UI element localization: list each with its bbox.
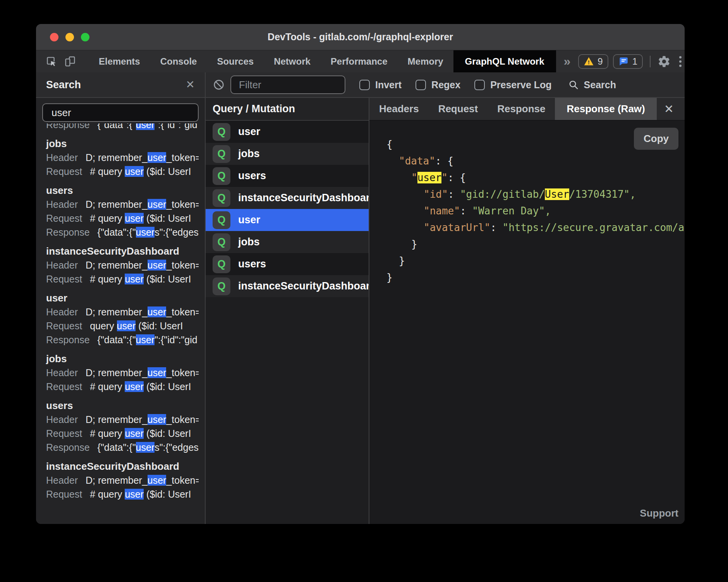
search-result-row[interactable]: Requestquery user ($id: UserI <box>42 319 199 333</box>
search-result-row[interactable]: HeaderD; remember_user_token=e <box>42 413 199 426</box>
checkbox-box[interactable] <box>416 80 426 90</box>
result-text: {"data":{" <box>98 123 136 130</box>
search-result-row[interactable]: Response{"data":{"user":{"id":"gid <box>42 123 199 132</box>
search-result-row[interactable]: HeaderD; remember_user_token=e <box>42 258 199 272</box>
query-list-item[interactable]: Q jobs <box>206 143 369 165</box>
query-list-item[interactable]: Q users <box>206 165 369 187</box>
search-input[interactable] <box>42 103 199 122</box>
result-text: _token=e <box>166 306 199 317</box>
search-result-row[interactable]: HeaderD; remember_user_token=e <box>42 151 199 164</box>
filter-input[interactable] <box>230 75 345 94</box>
tab-graphql-network[interactable]: GraphQL Network <box>453 50 556 72</box>
tab-label: Sources <box>217 56 254 67</box>
devtools-panel-tab[interactable]: Performance <box>321 50 398 72</box>
close-detail-icon[interactable]: ✕ <box>664 103 685 115</box>
checkbox-box[interactable] <box>474 80 485 90</box>
more-tabs-chevron-icon[interactable]: » <box>556 50 579 72</box>
json-line: "name": "Warren Day", <box>386 203 685 219</box>
search-result-row[interactable]: Request# query user ($id: UserI <box>42 426 199 440</box>
result-text: ($id: UserI <box>144 489 191 500</box>
issues-badge[interactable]: 1 <box>613 54 643 69</box>
result-field-label: Response <box>46 227 90 238</box>
search-result-row[interactable]: Request# query user ($id: UserI <box>42 272 199 286</box>
filter-checkbox[interactable]: Regex <box>416 79 460 91</box>
detail-tab[interactable]: Headers <box>369 98 429 120</box>
search-result-row[interactable]: Request# query user ($id: UserI <box>42 487 199 501</box>
clear-log-icon[interactable] <box>213 79 225 91</box>
result-text: {"data":{" <box>98 442 136 453</box>
search-icon <box>568 79 579 91</box>
devtools-panel-tab[interactable]: Console <box>150 50 207 72</box>
match-highlight: user <box>148 199 167 210</box>
devtools-panel-tab[interactable]: Elements <box>89 50 150 72</box>
json-line: } <box>386 236 685 253</box>
close-search-pane-icon[interactable]: ✕ <box>186 79 195 90</box>
json-line: "id": "gid://gitlab/User/13704317", <box>386 186 685 203</box>
devtools-panel-tab[interactable]: Sources <box>207 50 264 72</box>
close-window-button[interactable] <box>50 33 58 41</box>
search-result-row[interactable]: Response{"data":{"user":{"id":"gid <box>42 333 199 347</box>
search-result-row[interactable]: Request# query user ($id: UserI <box>42 211 199 225</box>
devtools-panel-tab[interactable]: Network <box>264 50 321 72</box>
copy-button[interactable]: Copy <box>634 128 678 150</box>
result-text: D; remember_ <box>86 475 148 486</box>
query-list-item[interactable]: Q user <box>206 209 369 231</box>
more-options-kebab-icon[interactable] <box>675 56 685 67</box>
detail-tabs: HeadersRequestResponse Response (Raw) ✕ <box>369 98 685 121</box>
search-result-operation[interactable]: user <box>42 291 199 305</box>
query-list-item[interactable]: Q jobs <box>206 231 369 253</box>
search-result-row[interactable]: HeaderD; remember_user_token=e <box>42 305 199 319</box>
detail-tab-label: Request <box>438 103 478 115</box>
result-text: ":{"id":"gid <box>155 123 197 130</box>
match-highlight: user <box>125 428 144 439</box>
query-list-item[interactable]: Q instanceSecurityDashboard <box>206 275 369 297</box>
search-result-operation[interactable]: jobs <box>42 352 199 366</box>
search-result-operation[interactable]: users <box>42 399 199 413</box>
device-toolbar-icon[interactable] <box>64 55 76 68</box>
operation-name: users <box>46 185 73 196</box>
search-result-operation[interactable]: users <box>42 183 199 197</box>
operation-name: jobs <box>46 138 67 149</box>
query-list-item[interactable]: Q user <box>206 121 369 143</box>
query-list-pane: Query / Mutation Q user Q jobs Q users Q… <box>206 98 369 524</box>
tab-response-raw[interactable]: Response (Raw) <box>555 98 656 120</box>
search-result-row[interactable]: Response{"data":{"users":{"edges <box>42 225 199 239</box>
search-result-row[interactable]: HeaderD; remember_user_token=e <box>42 473 199 487</box>
warnings-badge[interactable]: 9 <box>578 54 608 69</box>
result-field-label: Request <box>46 428 82 439</box>
settings-gear-icon[interactable] <box>658 55 671 68</box>
tab-label: GraphQL Network <box>465 56 544 67</box>
minimize-window-button[interactable] <box>65 33 74 41</box>
query-list-item[interactable]: Q instanceSecurityDashboard <box>206 187 369 209</box>
tab-label: Memory <box>408 56 443 67</box>
search-result-operation[interactable]: jobs <box>42 137 199 151</box>
search-result-row[interactable]: Request# query user ($id: UserI <box>42 164 199 178</box>
checkbox-box[interactable] <box>359 80 370 90</box>
result-text: # query <box>90 381 125 392</box>
search-result-operation[interactable]: instanceSecurityDashboard <box>42 244 199 258</box>
query-list-item[interactable]: Q users <box>206 253 369 275</box>
support-link[interactable]: Support <box>640 507 678 519</box>
filter-checkbox[interactable]: Preserve Log <box>474 79 551 91</box>
toolbar-search-button[interactable]: Search <box>568 79 616 91</box>
tab-label: Network <box>274 56 311 67</box>
match-highlight: user <box>148 475 167 486</box>
zoom-window-button[interactable] <box>81 33 89 41</box>
filter-checkbox[interactable]: Invert <box>359 79 402 91</box>
search-result-row[interactable]: Response{"data":{"users":{"edges <box>42 440 199 454</box>
panes: Query / Mutation Q user Q jobs Q users Q… <box>206 98 685 524</box>
search-result-row[interactable]: HeaderD; remember_user_token=e <box>42 366 199 380</box>
match-highlight: user <box>125 213 144 224</box>
detail-tab[interactable]: Request <box>429 98 488 120</box>
detail-tab-label: Response (Raw) <box>567 103 645 115</box>
inspect-element-icon[interactable] <box>45 55 58 68</box>
query-name: users <box>238 170 266 182</box>
search-result-row[interactable]: HeaderD; remember_user_token=e <box>42 197 199 211</box>
detail-tab[interactable]: Response <box>488 98 555 120</box>
result-field-label: Request <box>46 381 82 392</box>
search-result-operation[interactable]: instanceSecurityDashboard <box>42 459 199 473</box>
search-result-row[interactable]: Request# query user ($id: UserI <box>42 380 199 394</box>
match-highlight: user <box>148 260 167 270</box>
match-highlight: user <box>125 489 144 500</box>
devtools-panel-tab[interactable]: Memory <box>398 50 453 72</box>
